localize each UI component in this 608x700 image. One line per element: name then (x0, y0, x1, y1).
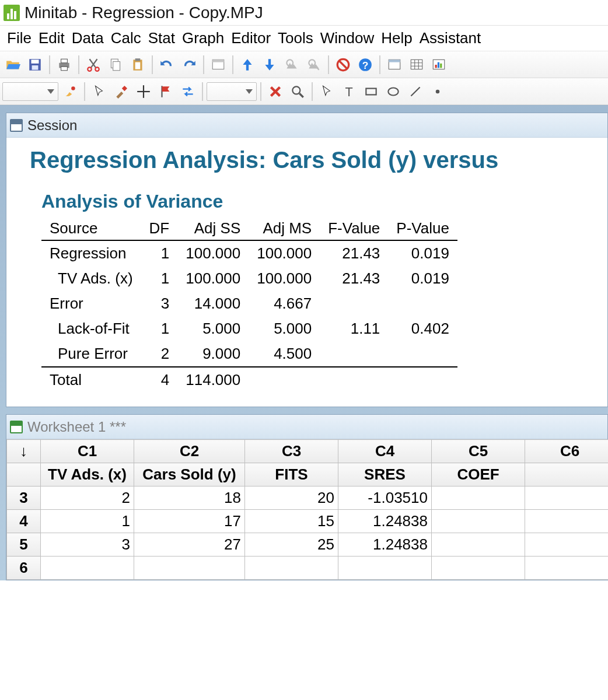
row-header[interactable]: 5 (7, 533, 41, 556)
worksheet-window[interactable]: Worksheet 1 *** ↓C1C2C3C4C5C6 TV Ads. (x… (6, 414, 608, 580)
menu-tools[interactable]: Tools (274, 27, 317, 50)
column-id[interactable]: C1 (41, 440, 134, 463)
undo-button[interactable] (156, 54, 177, 75)
cut-button[interactable] (83, 54, 104, 75)
row-header[interactable]: 4 (7, 510, 41, 533)
cell[interactable] (432, 556, 525, 580)
new-worksheet-button[interactable] (208, 54, 229, 75)
cell[interactable]: 1 (41, 510, 134, 533)
cancel-button[interactable] (333, 54, 354, 75)
menu-calc[interactable]: Calc (107, 27, 145, 50)
dropdown-2[interactable] (207, 82, 257, 101)
show-chart-button[interactable] (428, 54, 449, 75)
anova-cell: 21.43 (320, 240, 388, 266)
open-button[interactable] (2, 54, 23, 75)
cell[interactable] (41, 556, 134, 580)
menu-graph[interactable]: Graph (179, 27, 228, 50)
redo-button[interactable] (179, 54, 200, 75)
rectangle-icon[interactable] (361, 81, 382, 102)
cell[interactable]: 25 (245, 533, 338, 556)
column-id[interactable]: C5 (432, 440, 525, 463)
column-id[interactable]: C2 (134, 440, 245, 463)
copy-button[interactable] (105, 54, 126, 75)
column-id[interactable]: C6 (525, 440, 609, 463)
print-button[interactable] (54, 54, 75, 75)
session-window[interactable]: Session Regression Analysis: Cars Sold (… (6, 113, 608, 407)
line-icon[interactable] (405, 81, 426, 102)
row-header[interactable]: 6 (7, 556, 41, 580)
show-session-button[interactable] (384, 54, 405, 75)
text-icon[interactable]: T (338, 81, 359, 102)
table-row[interactable]: 4117151.24838 (7, 510, 609, 533)
cell[interactable]: 3 (41, 533, 134, 556)
dropdown-1[interactable] (2, 82, 58, 101)
column-name[interactable]: SRES (338, 463, 432, 487)
brush-tool-icon[interactable] (111, 81, 132, 102)
grid-corner[interactable]: ↓ (7, 440, 41, 463)
menu-file[interactable]: File (4, 27, 35, 50)
cell[interactable] (245, 556, 338, 580)
column-name[interactable]: FITS (245, 463, 338, 487)
pointer-icon[interactable] (89, 81, 110, 102)
zoom-icon[interactable] (287, 81, 308, 102)
menu-stat[interactable]: Stat (145, 27, 179, 50)
find-next-button[interactable] (303, 54, 324, 75)
cell[interactable]: 18 (134, 487, 245, 510)
cell[interactable] (338, 556, 432, 580)
previous-button[interactable] (237, 54, 258, 75)
show-worksheet-button[interactable] (406, 54, 427, 75)
paste-button[interactable] (127, 54, 148, 75)
cell[interactable] (525, 556, 609, 580)
cell[interactable] (525, 533, 609, 556)
cell[interactable] (134, 556, 245, 580)
table-row[interactable]: 5327251.24838 (7, 533, 609, 556)
select-icon[interactable] (316, 81, 337, 102)
ellipse-icon[interactable] (383, 81, 404, 102)
cell[interactable] (432, 487, 525, 510)
delete-icon[interactable] (265, 81, 286, 102)
menu-window[interactable]: Window (317, 27, 378, 50)
session-window-titlebar[interactable]: Session (6, 113, 607, 138)
crosshair-icon[interactable] (133, 81, 154, 102)
column-id[interactable]: C4 (338, 440, 432, 463)
menu-assistant[interactable]: Assistant (416, 27, 485, 50)
brush-icon[interactable] (60, 81, 81, 102)
cell[interactable]: 1.24838 (338, 533, 432, 556)
menu-edit[interactable]: Edit (35, 27, 68, 50)
table-row[interactable]: 321820-1.03510 (7, 487, 609, 510)
swap-icon[interactable] (177, 81, 198, 102)
table-row[interactable]: 6 (7, 556, 609, 580)
column-name[interactable]: COEF (432, 463, 525, 487)
row-header[interactable]: 3 (7, 487, 41, 510)
column-name[interactable]: TV Ads. (x) (41, 463, 134, 487)
column-name[interactable]: Cars Sold (y) (134, 463, 245, 487)
cell[interactable] (432, 510, 525, 533)
cell[interactable] (432, 533, 525, 556)
marker-icon[interactable] (427, 81, 448, 102)
menu-editor[interactable]: Editor (228, 27, 274, 50)
cell[interactable]: 2 (41, 487, 134, 510)
worksheet-grid[interactable]: ↓C1C2C3C4C5C6 TV Ads. (x)Cars Sold (y)FI… (6, 439, 608, 580)
find-button[interactable] (281, 54, 302, 75)
grid-corner-2[interactable] (7, 463, 41, 487)
column-name[interactable] (525, 463, 609, 487)
cell[interactable]: 20 (245, 487, 338, 510)
help-button[interactable]: ? (355, 54, 376, 75)
column-id[interactable]: C3 (245, 440, 338, 463)
cell[interactable]: 27 (134, 533, 245, 556)
svg-rect-2 (32, 65, 39, 70)
cell[interactable]: 17 (134, 510, 245, 533)
cell[interactable] (525, 510, 609, 533)
cell[interactable] (525, 487, 609, 510)
svg-rect-38 (366, 88, 376, 94)
cell[interactable]: 1.24838 (338, 510, 432, 533)
next-button[interactable] (259, 54, 280, 75)
menu-data[interactable]: Data (68, 27, 107, 50)
save-button[interactable] (25, 54, 46, 75)
anova-cell: Error (41, 291, 141, 316)
worksheet-window-titlebar[interactable]: Worksheet 1 *** (6, 415, 607, 439)
menu-help[interactable]: Help (378, 27, 415, 50)
cell[interactable]: -1.03510 (338, 487, 432, 510)
flag-icon[interactable] (155, 81, 176, 102)
cell[interactable]: 15 (245, 510, 338, 533)
